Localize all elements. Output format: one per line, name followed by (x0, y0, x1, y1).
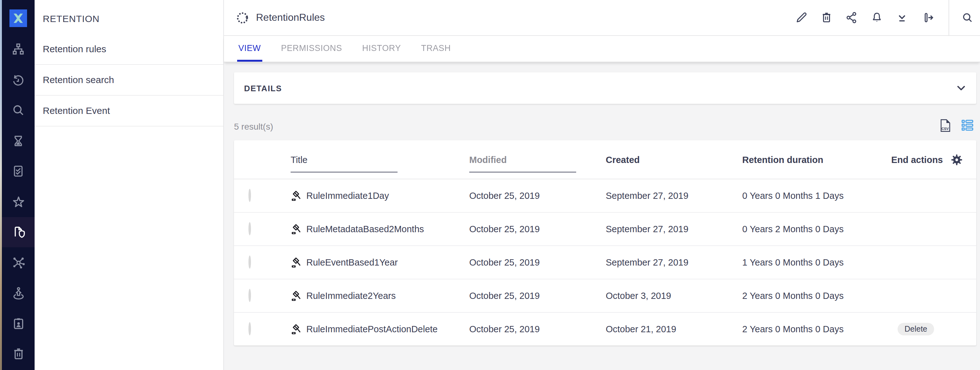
nuxeo-logo[interactable] (10, 10, 27, 27)
row-created: September 27, 2019 (584, 257, 721, 268)
delete-button[interactable] (819, 11, 834, 24)
export-arrow-icon (921, 11, 935, 24)
edit-button[interactable] (794, 11, 808, 24)
results-toolbar: 5 result(s) CSV (234, 118, 976, 135)
pencil-icon (794, 11, 808, 24)
csv-file-icon: CSV (940, 119, 951, 132)
rail-item-browse[interactable] (2, 34, 35, 64)
menu-title: RETENTION (43, 13, 100, 24)
column-header-end-actions: End actions (867, 155, 951, 164)
menu-item-retention-rules[interactable]: Retention rules (35, 34, 223, 65)
row-title[interactable]: RuleImmediate1Day (306, 191, 389, 201)
row-created: September 27, 2019 (584, 191, 721, 201)
gavel-icon (291, 257, 301, 268)
document-actions (794, 0, 980, 35)
column-header-modified[interactable]: Modified (448, 150, 584, 169)
tab-trash[interactable]: TRASH (420, 36, 452, 62)
view-content: DETAILS 5 result(s) CSV (224, 62, 980, 370)
rail-item-workflows[interactable] (2, 247, 35, 278)
rail-item-user-profiles[interactable] (2, 308, 35, 338)
table-row[interactable]: RuleImmediate2Years October 25, 2019 Oct… (234, 279, 976, 313)
gavel-icon (291, 290, 301, 302)
history-icon (11, 73, 26, 88)
end-action-chip: Delete (897, 323, 934, 335)
row-title[interactable]: RuleMetadataBased2Months (306, 224, 424, 234)
rail-item-expiring[interactable] (2, 126, 35, 156)
document-header: RetentionRules (224, 0, 980, 36)
menu-item-retention-event[interactable]: Retention Event (35, 96, 223, 126)
row-radio[interactable] (248, 289, 251, 302)
row-radio[interactable] (248, 322, 251, 335)
table-row[interactable]: RuleImmediate1Day October 25, 2019 Septe… (234, 179, 976, 213)
row-title-cell: RuleEventBased1Year (272, 257, 448, 268)
row-end-actions: Delete (867, 323, 951, 335)
column-header-created[interactable]: Created (584, 155, 721, 164)
row-created: September 27, 2019 (584, 224, 721, 234)
column-settings-button[interactable] (951, 154, 976, 165)
document-tabs: VIEW PERMISSIONS HISTORY TRASH (224, 36, 980, 62)
table-row[interactable]: RuleMetadataBased2Months October 25, 201… (234, 213, 976, 246)
results-table: Title Modified Created Retention duratio… (234, 140, 976, 346)
rail-item-history[interactable] (2, 65, 35, 96)
table-row[interactable]: RuleImmediatePostActionDelete October 25… (234, 313, 976, 346)
results-icons: CSV (940, 119, 976, 134)
row-title-cell: RuleImmediatePostActionDelete (272, 323, 448, 335)
table-view-toggle-button[interactable] (961, 119, 974, 134)
row-retention-duration: 1 Years 0 Months 0 Days (721, 257, 867, 268)
person-target-icon (10, 285, 26, 301)
download-button[interactable] (895, 11, 909, 24)
row-select-cell (234, 257, 272, 268)
row-radio[interactable] (248, 255, 251, 269)
table-row[interactable]: RuleEventBased1Year October 25, 2019 Sep… (234, 246, 976, 279)
details-collapse-button[interactable] (955, 82, 967, 94)
search-icon (961, 11, 974, 24)
gavel-icon (291, 190, 301, 202)
search-icon (11, 102, 26, 118)
menu-item-retention-search[interactable]: Retention search (35, 65, 223, 96)
details-panel[interactable]: DETAILS (234, 72, 976, 104)
row-retention-duration: 0 Years 0 Months 1 Days (721, 191, 867, 201)
row-title[interactable]: RuleImmediate2Years (306, 291, 396, 301)
rail-item-user-location[interactable] (2, 278, 35, 308)
rail-item-trash[interactable] (2, 338, 35, 369)
row-modified: October 25, 2019 (448, 291, 584, 301)
row-modified: October 25, 2019 (448, 324, 584, 334)
row-retention-duration: 2 Years 0 Months 0 Days (721, 324, 867, 334)
csv-export-button[interactable]: CSV (940, 119, 951, 134)
row-title[interactable]: RuleImmediatePostActionDelete (306, 324, 438, 334)
header-divider (948, 0, 949, 35)
row-radio[interactable] (248, 222, 251, 235)
search-button[interactable] (961, 11, 974, 24)
column-header-title[interactable]: Title (272, 151, 448, 168)
gavel-icon (291, 323, 301, 335)
row-select-cell (234, 190, 272, 201)
star-icon (10, 194, 26, 210)
row-select-cell (234, 290, 272, 301)
row-modified: October 25, 2019 (448, 224, 584, 234)
tab-permissions[interactable]: PERMISSIONS (280, 36, 343, 62)
dotted-circle-record-icon (236, 10, 250, 25)
row-radio[interactable] (248, 189, 251, 202)
row-retention-duration: 2 Years 0 Months 0 Days (721, 291, 867, 301)
column-header-retention-duration: Retention duration (721, 155, 867, 164)
tab-view[interactable]: VIEW (237, 36, 262, 62)
tab-history[interactable]: HISTORY (361, 36, 402, 62)
tasks-icon (11, 164, 26, 179)
rail-item-retention[interactable] (2, 217, 35, 247)
notifications-button[interactable] (870, 11, 884, 24)
share-button[interactable] (845, 11, 859, 24)
page-title: RetentionRules (256, 12, 325, 23)
row-title-cell: RuleMetadataBased2Months (272, 223, 448, 235)
row-title-cell: RuleImmediate1Day (272, 190, 448, 202)
rail-item-tasks[interactable] (2, 156, 35, 186)
chevron-down-icon (955, 82, 967, 94)
row-title[interactable]: RuleEventBased1Year (306, 257, 398, 268)
row-created: October 21, 2019 (584, 324, 721, 334)
menu-list: Retention rules Retention search Retenti… (35, 34, 223, 126)
export-button[interactable] (921, 11, 935, 24)
document-title-group: RetentionRules (224, 10, 325, 25)
rail-item-search[interactable] (2, 95, 35, 125)
rail-item-favorites[interactable] (2, 187, 35, 217)
tree-icon (11, 41, 26, 57)
row-retention-duration: 0 Years 2 Months 0 Days (721, 224, 867, 234)
